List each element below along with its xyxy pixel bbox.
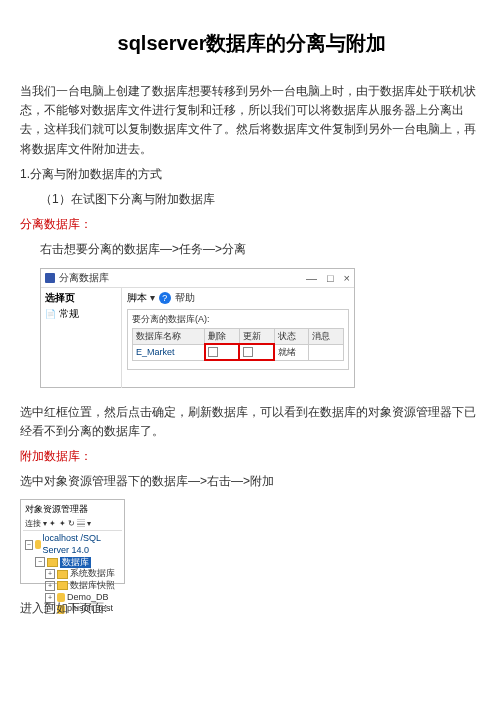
dialog-icon — [45, 273, 55, 283]
after-detach-text: 选中红框位置，然后点击确定，刷新数据库，可以看到在数据库的对象资源管理器下已经看… — [20, 403, 484, 441]
table-row[interactable]: E_Market 就绪 — [133, 344, 344, 360]
attach-label: 附加数据库： — [20, 447, 484, 466]
sidebar-item-general[interactable]: 常规 — [45, 307, 117, 321]
figure-object-explorer: 对象资源管理器 连接 ▾ ✦ ✦ ↻ ▤ ▾ − localhost /SQL … — [20, 499, 484, 584]
tree-root[interactable]: − localhost /SQL Server 14.0 — [25, 533, 120, 556]
databases-panel: 要分离的数据库(A): 数据库名称 删除 更新 状态 消息 E_Market — [127, 309, 349, 370]
oe-toolbar[interactable]: 连接 ▾ ✦ ✦ ↻ ▤ ▾ — [23, 517, 122, 531]
col-dbname: 数据库名称 — [133, 328, 205, 344]
folder-icon — [47, 558, 58, 567]
object-explorer-window: 对象资源管理器 连接 ▾ ✦ ✦ ↻ ▤ ▾ − localhost /SQL … — [20, 499, 125, 584]
panel-label: 要分离的数据库(A): — [132, 313, 344, 326]
databases-table: 数据库名称 删除 更新 状态 消息 E_Market 就绪 — [132, 328, 344, 361]
drop-checkbox[interactable] — [208, 347, 218, 357]
snap-label: 数据库快照 — [70, 580, 115, 592]
dialog-toolbar: 脚本 ▾ ? 帮助 — [127, 291, 349, 305]
page-title: sqlserver数据库的分离与附加 — [20, 30, 484, 57]
folder-icon — [57, 570, 68, 579]
tree-databases[interactable]: − 数据库 — [35, 557, 120, 569]
help-label: 帮助 — [175, 291, 195, 305]
col-drop: 删除 — [205, 328, 240, 344]
figure-detach-dialog: 分离数据库 — □ × 选择页 常规 脚本 ▾ ? 帮助 要分离的数据库(A): — [40, 268, 484, 388]
script-dropdown[interactable]: 脚本 ▾ — [127, 291, 155, 305]
dialog-sidebar: 选择页 常规 — [41, 288, 122, 388]
col-message: 消息 — [309, 328, 344, 344]
help-icon[interactable]: ? — [159, 292, 171, 304]
attach-op: 选中对象资源管理器下的数据库—>右击—>附加 — [20, 472, 484, 491]
expand-icon[interactable]: + — [45, 569, 55, 579]
cell-status: 就绪 — [274, 344, 309, 360]
root-label: localhost /SQL Server 14.0 — [43, 533, 120, 556]
dialog-titlebar: 分离数据库 — □ × — [41, 269, 354, 288]
cell-message — [309, 344, 344, 360]
maximize-button[interactable]: □ — [327, 272, 334, 284]
collapse-icon[interactable]: − — [25, 540, 33, 550]
col-status: 状态 — [274, 328, 309, 344]
folder-icon — [57, 581, 68, 590]
close-button[interactable]: × — [344, 272, 350, 284]
cell-update[interactable] — [239, 344, 274, 360]
update-checkbox[interactable] — [243, 347, 253, 357]
dialog-title: 分离数据库 — [59, 271, 109, 285]
minimize-button[interactable]: — — [306, 272, 317, 284]
cell-dbname: E_Market — [133, 344, 205, 360]
sidebar-header: 选择页 — [45, 291, 117, 305]
databases-label: 数据库 — [60, 557, 91, 569]
table-header-row: 数据库名称 删除 更新 状态 消息 — [133, 328, 344, 344]
oe-title: 对象资源管理器 — [23, 502, 122, 517]
tree-sysdb[interactable]: + 系统数据库 — [45, 568, 120, 580]
cell-drop[interactable] — [205, 344, 240, 360]
tree-snap[interactable]: + 数据库快照 — [45, 580, 120, 592]
expand-icon[interactable]: + — [45, 581, 55, 591]
col-update: 更新 — [239, 328, 274, 344]
enter-page-text: 进入到如下页面: — [20, 599, 484, 618]
detach-label: 分离数据库： — [20, 215, 484, 234]
collapse-icon[interactable]: − — [35, 557, 45, 567]
server-icon — [35, 540, 41, 549]
step-heading: 1.分离与附加数据库的方式 — [20, 165, 484, 184]
detach-op: 右击想要分离的数据库—>任务—>分离 — [40, 240, 484, 259]
dialog-window: 分离数据库 — □ × 选择页 常规 脚本 ▾ ? 帮助 要分离的数据库(A): — [40, 268, 355, 388]
sysdb-label: 系统数据库 — [70, 568, 115, 580]
step-sub: （1）在试图下分离与附加数据库 — [40, 190, 484, 209]
intro-paragraph: 当我们一台电脑上创建了数据库想要转移到另外一台电脑上时，由于数据库处于联机状态，… — [20, 82, 484, 159]
